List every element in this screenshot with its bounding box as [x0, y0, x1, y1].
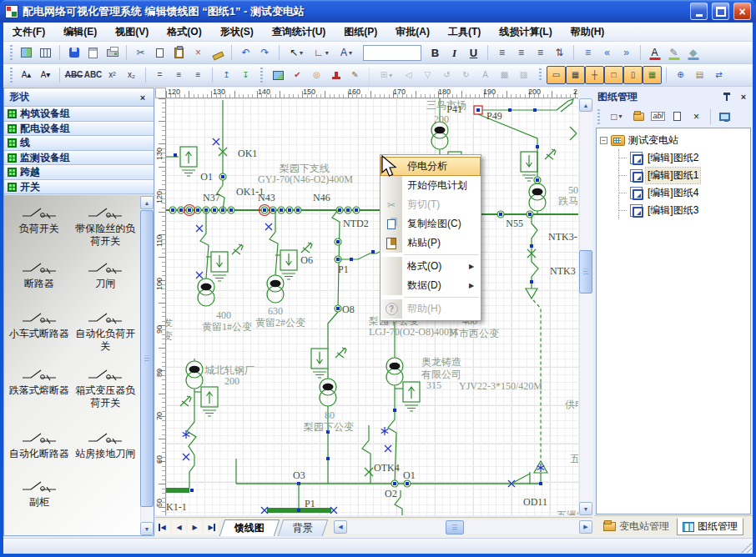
- toolbar-button[interactable]: [715, 108, 734, 126]
- toolbar-button[interactable]: ↷: [255, 43, 275, 62]
- toolbar-button[interactable]: ↖: [284, 43, 309, 62]
- pin-icon[interactable]: [723, 93, 731, 102]
- menu-item[interactable]: 帮助(H): [562, 23, 614, 41]
- toolbar-button[interactable]: ▩: [495, 66, 514, 84]
- shape-item[interactable]: 小车式断路器: [6, 307, 73, 364]
- toolbar-button[interactable]: ┼: [585, 66, 604, 84]
- shape-item[interactable]: 负荷开关: [6, 202, 73, 257]
- toolbar-button[interactable]: ≡: [189, 66, 208, 84]
- menu-item[interactable]: 编辑(E): [54, 23, 106, 41]
- toolbar-button[interactable]: «: [597, 43, 617, 62]
- toolbar-button[interactable]: ⊕: [671, 66, 690, 84]
- toolbar-button[interactable]: □: [604, 108, 629, 126]
- toolbar-button[interactable]: ABC: [83, 66, 103, 84]
- canvas-scroll-left-icon[interactable]: ◀: [334, 520, 347, 534]
- toolbar-button[interactable]: [629, 108, 648, 126]
- toolbar-button[interactable]: ▦: [566, 66, 585, 84]
- toolbar-button[interactable]: A: [334, 43, 359, 62]
- toolbar-button[interactable]: ▭: [547, 66, 566, 84]
- toolbar-button[interactable]: ≡: [578, 43, 597, 62]
- toolbar-button[interactable]: ↺: [437, 66, 456, 84]
- menu-item[interactable]: 工具(T): [439, 23, 490, 41]
- toolbar-button[interactable]: I: [445, 43, 464, 62]
- canvas-scroll-down-icon[interactable]: ▼: [579, 502, 592, 515]
- menu-item[interactable]: 线损计算(L): [490, 23, 561, 41]
- menu-item[interactable]: 查询统计(U): [263, 23, 335, 41]
- toolbar-button[interactable]: ≡: [169, 66, 189, 84]
- shape-item[interactable]: 站房接地刀闸: [73, 427, 139, 475]
- context-menu-item[interactable]: 开始停电计划: [381, 176, 481, 195]
- toolbar-button[interactable]: =: [150, 66, 169, 84]
- menu-item[interactable]: 文件(F): [3, 23, 54, 41]
- toolbar-button[interactable]: [269, 66, 288, 84]
- toolbar-button[interactable]: ✎: [345, 66, 365, 84]
- panel-tab[interactable]: 变电站管理: [597, 518, 675, 535]
- toolbar-button[interactable]: ∟: [309, 43, 334, 62]
- close-button[interactable]: [733, 3, 751, 20]
- canvas-vertical-scroll-thumb[interactable]: [579, 250, 592, 294]
- toolbar-button[interactable]: [150, 43, 169, 62]
- shape-item[interactable]: 跌落式熔断器: [6, 364, 73, 427]
- shape-group-bar[interactable]: 监测设备组: [4, 151, 154, 166]
- toolbar-button[interactable]: ⇅: [550, 43, 569, 62]
- toolbar-button[interactable]: ✔: [288, 66, 307, 84]
- shape-item[interactable]: 带保险丝的负荷开关: [73, 202, 139, 257]
- toolbar-button[interactable]: ▤: [690, 66, 709, 84]
- shape-group-bar[interactable]: 跨越: [4, 165, 154, 180]
- resize-grip[interactable]: [741, 542, 752, 553]
- shapes-scroll-down-icon[interactable]: ▼: [140, 522, 154, 535]
- collapse-icon[interactable]: −: [600, 137, 607, 144]
- toolbar-button[interactable]: ◁: [399, 66, 418, 84]
- panel-tab[interactable]: 图纸管理: [677, 518, 743, 535]
- sheet-tab[interactable]: 背景: [278, 519, 328, 536]
- context-menu-item[interactable]: 数据(D) ▶: [381, 276, 481, 295]
- tree-sheet-item[interactable]: [编辑]图纸4: [619, 184, 748, 202]
- toolbar-button[interactable]: [83, 43, 103, 62]
- tree-sheet-item[interactable]: [编辑]图纸2: [619, 149, 748, 167]
- toolbar-button[interactable]: [36, 43, 55, 62]
- shape-group-bar[interactable]: 构筑设备组: [4, 107, 154, 122]
- menu-item[interactable]: 图纸(P): [335, 23, 386, 41]
- restore-button[interactable]: [712, 3, 729, 20]
- toolbar-button[interactable]: [326, 66, 345, 84]
- toolbar-button[interactable]: ≡: [512, 43, 531, 62]
- canvas-scroll-up-icon[interactable]: ▲: [579, 98, 592, 112]
- toolbar-button[interactable]: B: [426, 43, 445, 62]
- toolbar-button[interactable]: U: [464, 43, 483, 62]
- title-bar[interactable]: 配电网络可视化管理系统 编辑馈线图 “图纸1” - 测试变电站: [0, 0, 756, 23]
- shapes-scroll-up-icon[interactable]: ▲: [140, 196, 154, 209]
- context-menu-item[interactable]: 复制绘图(C): [381, 214, 481, 233]
- shape-item[interactable]: 刀闸: [73, 257, 139, 307]
- shape-group-bar[interactable]: 线: [4, 136, 154, 151]
- toolbar-button[interactable]: [64, 43, 83, 62]
- toolbar-button[interactable]: A▾: [36, 66, 55, 84]
- canvas-vertical-scrollbar[interactable]: [579, 112, 592, 502]
- shapes-scroll-thumb[interactable]: [140, 210, 154, 507]
- toolbar-button[interactable]: [169, 43, 189, 62]
- menu-item[interactable]: 审批(A): [386, 23, 439, 41]
- close-icon[interactable]: ×: [738, 91, 749, 103]
- diagram-canvas[interactable]: 三鸟市场200P41P49OK1O1OK1-1N37N43N46梨园下支线GYJ…: [166, 98, 578, 515]
- shape-item[interactable]: 副柜: [6, 475, 73, 527]
- toolbar-button[interactable]: ◆: [683, 43, 703, 62]
- page-nav-button[interactable]: ▶: [204, 520, 218, 534]
- toolbar-button[interactable]: x₂: [122, 66, 141, 84]
- toolbar-button[interactable]: abl: [648, 108, 668, 126]
- toolbar-button[interactable]: ◎: [307, 66, 326, 84]
- toolbar-button[interactable]: x²: [103, 66, 122, 84]
- context-menu-item[interactable]: 粘贴(P): [381, 233, 481, 253]
- toolbar-button[interactable]: [103, 43, 122, 62]
- toolbar-button[interactable]: ⊞: [374, 66, 399, 84]
- toolbar-button[interactable]: ↻: [456, 66, 476, 84]
- shape-group-bar[interactable]: 配电设备组: [4, 122, 154, 137]
- toolbar-button[interactable]: ▯: [623, 66, 643, 84]
- shape-item[interactable]: 箱式变压器负荷开关: [73, 364, 139, 427]
- toolbar-button[interactable]: A: [645, 43, 664, 62]
- toolbar-grip[interactable]: [10, 45, 13, 60]
- toolbar-button[interactable]: ×: [687, 108, 706, 126]
- menu-item[interactable]: 形状(S): [211, 23, 263, 41]
- toolbar-button[interactable]: ▦: [643, 66, 662, 84]
- toolbar-grip[interactable]: [597, 109, 600, 124]
- toolbar-button[interactable]: ≡: [492, 43, 512, 62]
- shape-item[interactable]: 自动化负荷开关: [73, 307, 139, 364]
